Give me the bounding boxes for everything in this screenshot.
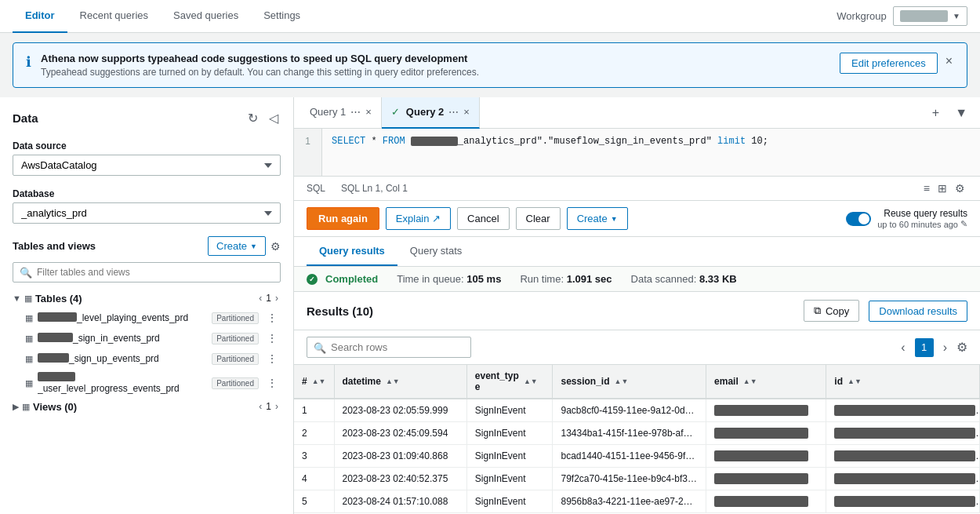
tab-options-icon[interactable]: ⋯: [350, 106, 361, 118]
table-name: _sign_up_events_prd: [38, 353, 207, 364]
table-icon: ▦: [25, 334, 33, 344]
views-nav-next[interactable]: ›: [273, 400, 281, 413]
tab-query-stats[interactable]: Query stats: [397, 237, 474, 266]
table-more-icon[interactable]: ⋮: [263, 376, 281, 390]
banner-actions: Edit preferences ×: [840, 53, 954, 74]
table-icon: ▦: [25, 378, 33, 388]
page-number: 1: [915, 338, 934, 357]
th-num[interactable]: # ▲▼: [294, 365, 334, 399]
data-source-select[interactable]: AwsDataCatalog: [13, 155, 281, 176]
code-content[interactable]: SELECT * FROM _analytics_prd"."museflow_…: [322, 129, 980, 176]
cell-num: 4: [294, 468, 334, 490]
table-name: _sign_in_events_prd: [38, 333, 207, 344]
th-session-id[interactable]: session_id ▲▼: [553, 365, 706, 399]
editor-area: Query 1 ⋯ × ✓ Query 2 ⋯ × + ▼ 1: [294, 97, 980, 514]
database-select[interactable]: _analytics_prd: [13, 202, 281, 224]
run-button[interactable]: Run again: [307, 207, 379, 230]
format-settings-icon[interactable]: ⚙: [953, 180, 967, 197]
copy-button[interactable]: ⧉ Copy: [804, 300, 859, 322]
create-query-button[interactable]: Create ▼: [567, 207, 628, 230]
status-bar: SQL SQL Ln 1, Col 1 ≡ ⊞ ⚙: [294, 177, 980, 201]
tab-query-2[interactable]: ✓ Query 2 ⋯ ×: [382, 97, 480, 129]
prev-page-button[interactable]: ‹: [896, 339, 909, 356]
search-rows-input[interactable]: [307, 337, 471, 358]
cell-session-id: 9acb8cf0-4159-11ee-9a12-0d343cf200d0: [553, 399, 706, 422]
list-item[interactable]: ▦ _level_playing_events_prd Partitioned …: [6, 308, 287, 328]
search-rows-bar: 🔍 ‹ 1 › ⚙: [294, 330, 980, 365]
database-section: Database _analytics_prd: [0, 182, 293, 230]
th-datetime[interactable]: datetime ▲▼: [334, 365, 466, 399]
nav-tab-saved[interactable]: Saved queries: [161, 0, 251, 33]
tab-options-icon-2[interactable]: ⋯: [448, 106, 459, 118]
table-group-icon: ▦: [24, 293, 32, 304]
create-button[interactable]: Create ▼: [208, 236, 266, 256]
cell-event-type: SignInEvent: [466, 445, 553, 468]
tab-query-results[interactable]: Query results: [307, 237, 397, 266]
tables-toggle-icon[interactable]: ▼: [13, 293, 21, 303]
list-item[interactable]: ▦ _user_level_progress_events_prd Partit…: [6, 369, 287, 397]
settings-icon[interactable]: ⚙: [270, 240, 281, 253]
info-banner: ℹ Athena now supports typeahead code sug…: [13, 42, 967, 88]
table-more-icon[interactable]: ⋮: [263, 352, 281, 366]
refresh-icon[interactable]: ↻: [245, 108, 260, 128]
views-nav-prev[interactable]: ‹: [256, 400, 264, 413]
tables-nav-num: 1: [266, 293, 271, 304]
views-tree-header: ▶ ▦ Views (0) ‹ 1 ›: [6, 397, 287, 416]
results-title: Results (10): [307, 304, 794, 318]
tables-nav-next[interactable]: ›: [273, 292, 281, 304]
cell-id: [826, 490, 980, 513]
tree-section: ▼ ▦ Tables (4) ‹ 1 › ▦ _level_playing_ev…: [0, 289, 293, 514]
table-more-icon[interactable]: ⋮: [263, 311, 281, 325]
tables-nav-prev[interactable]: ‹: [256, 292, 264, 304]
download-results-button[interactable]: Download results: [869, 301, 967, 322]
cell-email: [706, 422, 826, 445]
explain-button[interactable]: Explain ↗: [386, 207, 451, 230]
close-banner-button[interactable]: ×: [944, 53, 954, 70]
create-chevron-icon: ▼: [250, 242, 257, 250]
tab-query-1[interactable]: Query 1 ⋯ ×: [300, 97, 382, 129]
cancel-button[interactable]: Cancel: [457, 207, 509, 230]
sidebar: Data ↻ ◁ Data source AwsDataCatalog Data…: [0, 97, 294, 514]
table-settings-icon[interactable]: ⚙: [956, 340, 967, 355]
runtime-metric: Run time: 1.091 sec: [520, 273, 612, 285]
workgroup-select[interactable]: analytics... ▼: [893, 6, 967, 26]
views-toggle-icon[interactable]: ▶: [13, 402, 19, 412]
search-tables-input[interactable]: [13, 262, 281, 283]
edit-icon[interactable]: ✎: [960, 219, 967, 229]
query-2-close-button[interactable]: ×: [463, 106, 470, 118]
query-1-close-button[interactable]: ×: [365, 106, 372, 118]
cell-num: 2: [294, 422, 334, 445]
nav-tab-settings[interactable]: Settings: [251, 0, 313, 33]
add-tab-button[interactable]: +: [926, 103, 946, 123]
clear-button[interactable]: Clear: [516, 207, 561, 230]
format-grid-icon[interactable]: ⊞: [935, 180, 949, 197]
cell-datetime: 2023-08-24 01:57:10.088: [334, 490, 466, 513]
reuse-toggle[interactable]: [846, 212, 871, 226]
list-item[interactable]: ▦ _sign_in_events_prd Partitioned ⋮: [6, 328, 287, 348]
collapse-icon[interactable]: ◁: [267, 108, 281, 128]
table-scroll[interactable]: # ▲▼ datetime ▲▼ event_type ▲▼ session_i…: [294, 365, 980, 514]
nav-tab-editor[interactable]: Editor: [13, 0, 67, 33]
list-item[interactable]: ▦ _sign_up_events_prd Partitioned ⋮: [6, 348, 287, 369]
line-numbers: 1: [294, 129, 322, 176]
th-email[interactable]: email ▲▼: [706, 365, 826, 399]
nav-tab-recent[interactable]: Recent queries: [67, 0, 161, 33]
reuse-text: Reuse query results up to 60 minutes ago…: [877, 208, 967, 229]
cell-event-type: SignInEvent: [466, 422, 553, 445]
cell-session-id: bcad1440-4151-11ee-9456-9f3fd302ed58: [553, 445, 706, 468]
next-page-button[interactable]: ›: [938, 339, 952, 356]
query-2-status-icon: ✓: [391, 106, 400, 118]
table-more-icon[interactable]: ⋮: [263, 331, 281, 345]
edit-preferences-button[interactable]: Edit preferences: [840, 53, 938, 74]
results-table: # ▲▼ datetime ▲▼ event_type ▲▼ session_i…: [294, 365, 980, 513]
th-event-type[interactable]: event_type ▲▼: [466, 365, 553, 399]
th-id[interactable]: id ▲▼: [826, 365, 980, 399]
data-source-label: Data source: [13, 140, 281, 151]
table-row: 2 2023-08-23 02:45:09.594 SignInEvent 13…: [294, 422, 980, 445]
copy-icon: ⧉: [814, 304, 821, 317]
query-2-label: Query 2: [406, 106, 444, 118]
tables-section-label: Tables (4): [35, 293, 253, 304]
tabs-menu-button[interactable]: ▼: [949, 103, 974, 123]
format-list-icon[interactable]: ≡: [921, 180, 932, 197]
cell-id: [826, 422, 980, 445]
